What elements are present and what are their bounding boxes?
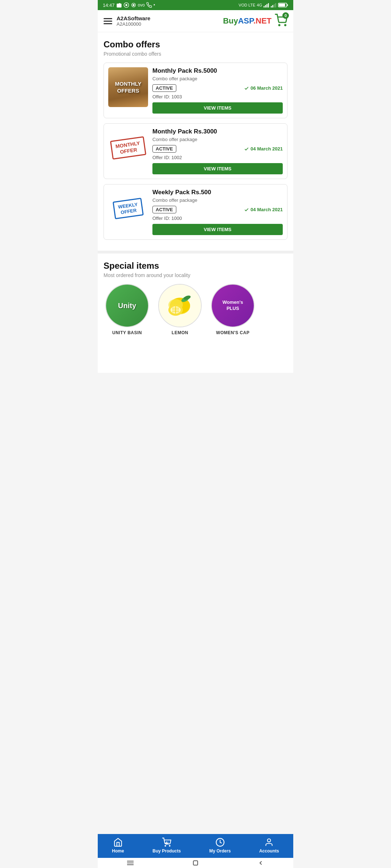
offer-details-3: Weekly Pack Rs.500 Combo offer package A…	[152, 189, 283, 235]
offer-meta-1: ACTIVE 06 March 2021	[152, 84, 283, 92]
battery-icon	[278, 2, 288, 8]
nav-my-orders[interactable]: My Orders	[209, 838, 231, 854]
offer-image-label-1: MONTHLYOFFERS	[115, 80, 142, 94]
cart-nav-icon	[162, 838, 171, 847]
signal-icon	[264, 3, 269, 8]
clock-icon	[215, 838, 225, 847]
status-indicators: VOD LTE 4G	[239, 2, 288, 8]
android-menu-btn[interactable]	[126, 859, 134, 867]
logo-net: .NET	[253, 16, 272, 25]
offer-card-3: WEEKLYOFFER Weekly Pack Rs.500 Combo off…	[104, 184, 287, 240]
lemon-svg	[165, 291, 194, 320]
offer-details-2: Monthly Pack Rs.3000 Combo offer package…	[152, 128, 283, 174]
view-items-button-2[interactable]: VIEW ITEMS	[152, 163, 283, 174]
android-back-icon	[258, 860, 264, 866]
user-icon	[264, 838, 274, 847]
offer-card-2: MONTHLYOFFER Monthly Pack Rs.3000 Combo …	[104, 123, 287, 179]
check-icon-3	[244, 207, 249, 212]
nav-accounts-label: Accounts	[259, 848, 279, 854]
special-item-name-3: WOMEN'S CAP	[216, 330, 249, 335]
svg-rect-11	[274, 4, 275, 7]
section-divider	[98, 251, 293, 254]
offer-date-1: 06 March 2021	[244, 85, 283, 91]
special-item-1[interactable]: Unity UNITY BASIN	[104, 284, 151, 335]
offer-status-1: ACTIVE	[152, 84, 176, 92]
special-section-subtitle: Most ordered from around your locality	[104, 272, 287, 278]
offer-id-3: Offer ID: 1000	[152, 216, 283, 221]
offer-card-1: MONTHLYOFFERS Monthly Pack Rs.5000 Combo…	[104, 63, 287, 118]
svg-point-4	[133, 4, 134, 6]
svg-point-30	[169, 846, 170, 846]
call-icon	[146, 2, 152, 8]
android-nav	[98, 858, 293, 868]
svg-point-33	[268, 839, 271, 842]
bottom-nav: Home Buy Products My Orders Accounts	[98, 834, 293, 858]
svg-rect-7	[266, 4, 268, 7]
svg-rect-8	[268, 3, 269, 8]
offer-image-2: MONTHLYOFFER	[108, 128, 148, 168]
nav-buy-products[interactable]: Buy Products	[152, 838, 181, 854]
offer-desc-2: Combo offer package	[152, 137, 283, 142]
special-item-img-1: Unity	[105, 284, 149, 327]
cart-badge: 0	[282, 12, 289, 19]
svg-rect-37	[193, 861, 198, 865]
logo-text: BuyASP.NET	[223, 16, 272, 26]
logo-buy: Buy	[223, 16, 238, 25]
svg-rect-10	[272, 5, 273, 8]
special-item-img-2	[158, 284, 202, 327]
logo: BuyASP.NET 0	[223, 14, 287, 28]
main-content: Combo offers Promotional combo offers MO…	[98, 32, 293, 373]
offer-id-2: Offer ID: 1002	[152, 155, 283, 160]
offer-date-3: 04 March 2021	[244, 207, 283, 212]
nav-buy-label: Buy Products	[152, 848, 181, 854]
hamburger-menu[interactable]	[104, 18, 112, 24]
offer-desc-1: Combo offer package	[152, 76, 283, 81]
special-items-row: Unity UNITY BASIN	[104, 284, 287, 338]
view-items-button-3[interactable]: VIEW ITEMS	[152, 224, 283, 235]
signal2-icon	[271, 3, 277, 8]
cart-button[interactable]: 0	[274, 14, 287, 28]
android-home-btn[interactable]	[192, 859, 199, 867]
company-name: A2ASoftware	[117, 15, 150, 21]
offer-status-2: ACTIVE	[152, 145, 176, 153]
view-items-button-1[interactable]: VIEW ITEMS	[152, 102, 283, 114]
offer-meta-3: ACTIVE 04 March 2021	[152, 206, 283, 213]
chrome-icon	[123, 2, 129, 8]
svg-point-29	[165, 846, 166, 846]
status-bar: 14:47 ovo • VOD LTE 4G	[98, 0, 293, 10]
app-header: A2ASoftware A2A100000 BuyASP.NET 0	[98, 10, 293, 32]
stamp-box-2: MONTHLYOFFER	[110, 136, 146, 159]
android-home-icon	[193, 860, 198, 866]
special-item-2[interactable]: LEMON	[156, 284, 203, 335]
android-back-btn[interactable]	[257, 859, 265, 867]
logo-asp: ASP	[238, 16, 253, 25]
status-time: 14:47 ovo •	[103, 2, 155, 8]
combo-section-subtitle: Promotional combo offers	[104, 51, 287, 57]
nav-home[interactable]: Home	[112, 838, 124, 854]
combo-offers-section: Combo offers Promotional combo offers MO…	[98, 32, 293, 251]
offer-image-3: WEEKLYOFFER	[108, 189, 148, 229]
special-item-name-1: UNITY BASIN	[112, 330, 142, 335]
special-item-3[interactable]: Women'sPLUS WOMEN'S CAP	[209, 284, 256, 335]
header-left: A2ASoftware A2A100000	[104, 15, 150, 27]
offer-meta-2: ACTIVE 04 March 2021	[152, 145, 283, 153]
nav-home-label: Home	[112, 848, 124, 854]
user-info: A2ASoftware A2A100000	[117, 15, 150, 27]
special-item-name-2: LEMON	[172, 330, 188, 335]
nav-orders-label: My Orders	[209, 848, 231, 854]
svg-rect-14	[279, 4, 285, 7]
nav-accounts[interactable]: Accounts	[259, 838, 279, 854]
company-code: A2A100000	[117, 21, 150, 27]
svg-rect-9	[271, 6, 272, 8]
svg-rect-15	[287, 4, 288, 6]
svg-point-16	[279, 25, 280, 26]
svg-point-17	[285, 25, 286, 26]
combo-section-title: Combo offers	[104, 39, 287, 50]
svg-rect-5	[264, 6, 265, 8]
check-icon-2	[244, 146, 249, 152]
weekly-stamp-box: WEEKLYOFFER	[113, 198, 144, 220]
android-menu-icon	[127, 860, 134, 865]
offer-desc-3: Combo offer package	[152, 197, 283, 203]
offer-image-1: MONTHLYOFFERS	[108, 67, 148, 107]
offer-date-2: 04 March 2021	[244, 146, 283, 152]
